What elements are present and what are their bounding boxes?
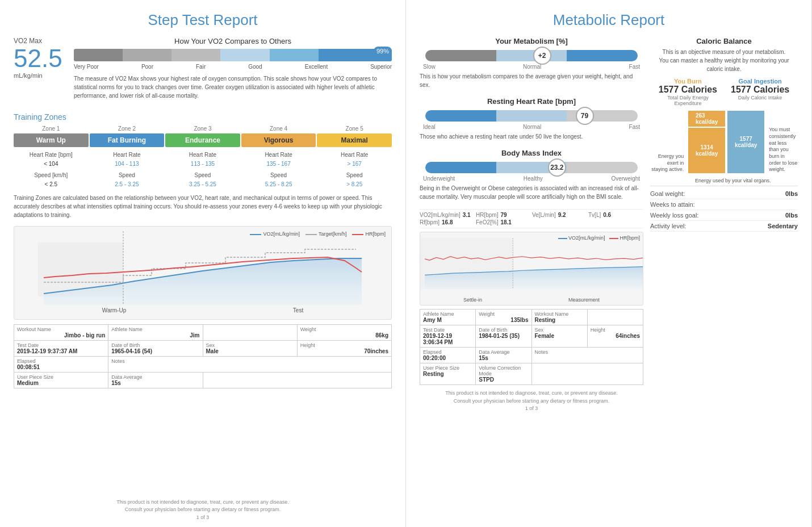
caloric-bars: Energy you exert in staying active. 263k…	[650, 111, 798, 173]
athlete-name: Jim	[111, 332, 199, 338]
bmi-section: Body Mass Index 23.2 Underweight Healthy…	[420, 149, 643, 201]
meta-chart: VO2[mL/kg/min] HR[bpm]	[420, 232, 643, 306]
right-height: 64inches	[591, 333, 640, 339]
right-content: Your Metabolism [%] +2 Slow Normal Fast …	[420, 37, 798, 521]
rf-metric: Rf[bpm] 16.8	[420, 219, 475, 225]
meta-chart-label-left: Settle-in	[463, 297, 482, 303]
left-disclaimer: This product is not intended to diagnose…	[14, 494, 392, 522]
workout-name-label: Workout Name	[17, 327, 105, 332]
caloric-title: Caloric Balance	[650, 37, 798, 45]
compare-badge: 99%	[374, 47, 392, 56]
compare-bar-wrap: 99%	[74, 49, 392, 61]
vo2-unit: mL/kg/min	[14, 72, 65, 79]
chart-label-right: Test	[293, 307, 303, 313]
zone-cells: Warm Up Fat Burning Endurance Vigorous M…	[14, 133, 392, 147]
left-panel: Step Test Report VO2 Max 52.5 mL/kg/min …	[0, 0, 406, 527]
chart-label-left: Warm-Up	[102, 307, 126, 313]
training-zones-heading: Training Zones	[14, 112, 392, 122]
test-date: 2019-12-19 9:37:37 AM	[17, 348, 105, 354]
right-vol-correction: STPD	[479, 377, 528, 383]
workout-name: Jimbo - big run	[17, 332, 105, 338]
right-data-avg: 15s	[479, 355, 528, 361]
compare-title: How Your VO2 Compares to Others	[74, 37, 392, 45]
zone-2-cell: Fat Burning	[90, 133, 165, 147]
bmi-desc: Being in the Overweight or Obese categor…	[420, 184, 643, 201]
right-weight: 135lbs	[479, 317, 528, 323]
athlete-name-label: Athlete Name	[111, 327, 199, 332]
compare-bar	[74, 49, 392, 61]
weight-label: Weight	[300, 327, 388, 332]
metrics-grid: VO2[mL/kg/min] 3.1 HR[bpm] 79 Ve[L/min] …	[420, 209, 643, 228]
zone-4-cell: Vigorous	[241, 133, 316, 147]
chart-labels: Warm-Up Test	[19, 307, 387, 313]
left-title: Step Test Report	[14, 11, 392, 29]
right-workout: Resting	[535, 317, 584, 323]
right-title: Metabolic Report	[420, 11, 798, 29]
zone-details: Heart Rate [bpm] < 104 Speed [km/h] < 2.…	[14, 150, 392, 189]
caloric-balance-col: Caloric Balance This is an objective mea…	[650, 37, 798, 521]
compare-desc: The measure of VO2 Max shows your highes…	[74, 74, 392, 100]
data-avg: 15s	[111, 380, 199, 386]
rhr-desc: Those who achieve a resting heart rate u…	[420, 132, 643, 141]
rhr-labels: Ideal Normal Fast	[420, 124, 643, 130]
zone-5-cell: Maximal	[317, 133, 392, 147]
caloric-burn-row: You Burn 1577 Calories Total Daily Energ…	[650, 78, 798, 106]
hr-metric: HR[bpm] 79	[476, 212, 531, 218]
elapsed: 00:08:51	[17, 364, 105, 370]
weight: 86kg	[300, 332, 388, 338]
height-label: Height	[300, 342, 388, 348]
data-avg-label: Data Average	[111, 374, 199, 380]
tv-metric: Tv[L] 0.6	[588, 212, 643, 218]
right-sex: Female	[535, 333, 584, 339]
dob-label: Date of Birth	[111, 342, 199, 348]
rhr-title: Resting Heart Rate [bpm]	[420, 97, 643, 106]
meta-chart-legend: VO2[mL/kg/min] HR[bpm]	[558, 235, 640, 241]
compare-labels: Very Poor Poor Fair Good Excellent Super…	[74, 64, 392, 70]
left-info-table: Workout Name Jimbo - big run Athlete Nam…	[14, 324, 392, 388]
rhr-badge: 79	[576, 107, 594, 125]
vo2-metric: VO2[mL/kg/min] 3.1	[420, 212, 475, 218]
zone-3-cell: Endurance	[165, 133, 240, 147]
bmi-slider: 23.2	[425, 162, 638, 173]
zones-header: Zone 1 Zone 2 Zone 3 Zone 4 Zone 5	[14, 125, 392, 132]
meta-chart-labels: Settle-in Measurement	[420, 297, 643, 303]
notes-label: Notes	[111, 358, 388, 364]
right-left-col: Your Metabolism [%] +2 Slow Normal Fast …	[420, 37, 643, 521]
ve-metric: Ve[L/min] 9.2	[532, 212, 587, 218]
sex-label: Sex	[206, 342, 294, 348]
elapsed-label: Elapsed	[17, 358, 105, 364]
metabolism-badge: +2	[533, 47, 551, 65]
sex: Male	[206, 348, 294, 354]
vo2-section: VO2 Max 52.5 mL/kg/min How Your VO2 Comp…	[14, 37, 392, 100]
metabolism-section: Your Metabolism [%] +2 Slow Normal Fast …	[420, 37, 643, 89]
bmi-labels: Underweight Healthy Overweight	[420, 175, 643, 182]
piece-size-label: User Piece Size	[17, 374, 105, 380]
chart-legend: VO2[mL/kg/min] Target[km/h] HR[bpm]	[250, 231, 386, 237]
zone-1-cell: Warm Up	[14, 133, 89, 147]
feo2-metric: FeO2[%] 18.1	[476, 219, 531, 225]
burn-col: You Burn 1577 Calories Total Daily Energ…	[659, 78, 717, 106]
right-panel: Metabolic Report Your Metabolism [%] +2 …	[406, 0, 812, 527]
metabolism-slider: +2	[425, 50, 638, 61]
metabolism-desc: This is how your metabolism compares to …	[420, 72, 643, 89]
dob: 1965-04-16 (54)	[111, 348, 199, 354]
caloric-desc: This is an objective measure of your met…	[650, 48, 798, 73]
metabolism-title: Your Metabolism [%]	[420, 37, 643, 45]
vo2-value-block: VO2 Max 52.5 mL/kg/min	[14, 37, 65, 79]
metabolism-labels: Slow Normal Fast	[420, 64, 643, 70]
caloric-section: Caloric Balance This is an objective mea…	[650, 37, 798, 232]
caloric-divider	[650, 186, 798, 186]
piece-size: Medium	[17, 380, 105, 386]
goal-value: 1577 Calories	[731, 85, 789, 95]
right-test-date: 2019-12-19 3:06:34 PM	[423, 333, 472, 345]
zones-desc: Training Zones are calculated based on t…	[14, 194, 392, 219]
right-disclaimer: This product is not intended to diagnose…	[420, 385, 643, 413]
burn-label: You Burn	[659, 78, 717, 85]
burn-value: 1577 Calories	[659, 85, 717, 95]
left-chart: VO2[mL/kg/min] Target[km/h] HR[bpm]	[14, 226, 392, 320]
bmi-title: Body Mass Index	[420, 149, 643, 157]
meta-chart-svg	[420, 232, 643, 295]
vo2-number: 52.5	[14, 46, 65, 71]
vo2-label: VO2 Max	[14, 37, 65, 45]
rhr-section: Resting Heart Rate [bpm] 79 Ideal Normal…	[420, 97, 643, 141]
